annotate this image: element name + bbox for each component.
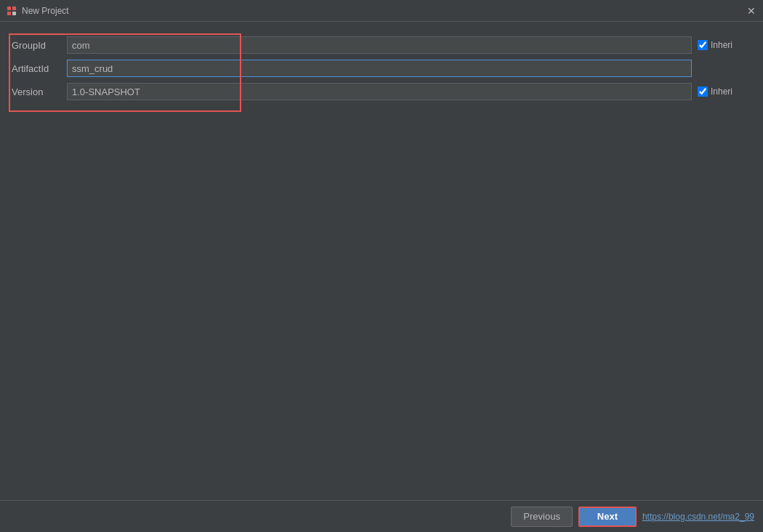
footer: Previous Next https://blog.csdn.net/ma2_… xyxy=(0,500,763,532)
artifactid-row: ArtifactId xyxy=(9,57,754,80)
groupid-inherit-label: Inheri xyxy=(711,40,732,50)
artifactid-input[interactable] xyxy=(67,60,692,77)
svg-rect-0 xyxy=(7,7,11,10)
title-bar: New Project ✕ xyxy=(0,0,763,22)
version-inherit-checkbox[interactable] xyxy=(698,86,708,97)
version-inherit-label: Inheri xyxy=(711,86,732,97)
svg-rect-2 xyxy=(7,12,11,15)
groupid-inherit-checkbox[interactable] xyxy=(698,40,708,50)
url-link[interactable]: https://blog.csdn.net/ma2_99 xyxy=(642,512,754,522)
groupid-row: GroupId Inheri xyxy=(9,33,754,57)
version-row: Version Inheri xyxy=(9,80,754,103)
content-spacer xyxy=(9,103,754,500)
version-label: Version xyxy=(9,86,67,97)
version-inherit-area: Inheri xyxy=(698,86,732,97)
version-input[interactable] xyxy=(67,83,692,100)
new-project-dialog: New Project ✕ GroupId Inheri A xyxy=(0,0,763,532)
title-bar-left: New Project xyxy=(6,5,69,17)
form-rows: GroupId Inheri ArtifactId Version xyxy=(9,33,754,103)
dialog-content: GroupId Inheri ArtifactId Version xyxy=(0,22,763,500)
svg-rect-3 xyxy=(12,12,16,15)
groupid-label: GroupId xyxy=(9,40,67,51)
next-button[interactable]: Next xyxy=(578,507,637,527)
form-area: GroupId Inheri ArtifactId Version xyxy=(9,33,754,103)
title-text: New Project xyxy=(22,6,69,16)
groupid-input[interactable] xyxy=(67,36,692,54)
close-button[interactable]: ✕ xyxy=(746,5,757,17)
artifactid-label: ArtifactId xyxy=(9,63,67,74)
groupid-inherit-area: Inheri xyxy=(698,40,732,50)
svg-rect-1 xyxy=(12,7,16,10)
previous-button[interactable]: Previous xyxy=(511,507,573,527)
app-icon xyxy=(6,5,17,17)
